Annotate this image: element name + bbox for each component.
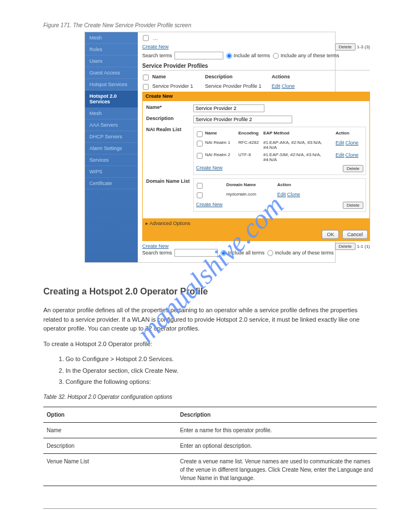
sidebar-item-roles[interactable]: Roles bbox=[85, 44, 138, 56]
delete-button-top[interactable]: Delete bbox=[335, 43, 356, 51]
nai-header-checkbox[interactable] bbox=[197, 131, 202, 137]
nai-realm-label: NAI Realm List bbox=[146, 127, 193, 175]
domain-edit[interactable]: Edit bbox=[277, 192, 286, 197]
doc-steps: Go to Configure > Hotspot 2.0 Services. … bbox=[43, 354, 377, 387]
ok-button[interactable]: OK bbox=[322, 230, 339, 239]
doc-intro: An operator profile defines all of the p… bbox=[43, 306, 377, 333]
nai-delete[interactable]: Delete bbox=[343, 165, 363, 172]
domain-row: mydomain.com Edit Clone bbox=[196, 191, 363, 200]
advanced-options-band[interactable]: ▸ Advanced Options bbox=[142, 219, 370, 228]
nai-row: NAI Realm 2 UTF-8 #1:EAP-SIM, #2:N/A, #3… bbox=[196, 151, 363, 163]
sidebar-item-services[interactable]: Services bbox=[85, 154, 138, 166]
domain-clone[interactable]: Clone bbox=[287, 192, 301, 197]
domain-table: Domain Name Action mydomain.com Edit Clo… bbox=[193, 178, 366, 212]
domain-label: Domain Name List bbox=[146, 178, 193, 212]
nai-row-checkbox[interactable] bbox=[197, 153, 202, 158]
form-buttons: OK Cancel bbox=[142, 228, 370, 241]
sidebar-item-mesh[interactable]: Mesh bbox=[85, 32, 138, 44]
nai-create-new[interactable]: Create New bbox=[196, 165, 223, 172]
search-row-bottom: Search terms Include all terms Include a… bbox=[142, 249, 370, 257]
sidebar-item-users[interactable]: Users bbox=[85, 56, 138, 67]
sidebar-item-hotspot-services[interactable]: Hotspot Services bbox=[85, 79, 138, 91]
create-new-band: Create New bbox=[142, 92, 370, 101]
row-checkbox[interactable] bbox=[143, 84, 148, 89]
sidebar-item-certificate[interactable]: Certificate bbox=[85, 178, 138, 189]
include-any-radio[interactable] bbox=[273, 53, 278, 58]
nai-edit[interactable]: Edit bbox=[336, 140, 344, 146]
sidebar-item-alarm-settings[interactable]: Alarm Settings bbox=[85, 143, 138, 154]
search-input-bottom[interactable] bbox=[174, 249, 218, 257]
nai-clone[interactable]: Clone bbox=[346, 140, 359, 146]
sidebar-item-hotspot-2-services[interactable]: Hotspot 2.0 Services bbox=[85, 91, 138, 108]
create-new-bottom[interactable]: Create New bbox=[142, 243, 169, 249]
sidebar-item-mesh2[interactable]: Mesh bbox=[85, 108, 138, 119]
sidebar-item-guest-access[interactable]: Guest Access bbox=[85, 67, 138, 79]
include-all-bottom[interactable] bbox=[221, 250, 226, 256]
doc-section: Creating a Hotspot 2.0 Operator Profile … bbox=[43, 285, 377, 486]
pager-top: 1-3 (3) bbox=[357, 44, 370, 49]
figure-caption: Figure 171. The Create New Service Provi… bbox=[43, 22, 377, 28]
domain-row-checkbox[interactable] bbox=[197, 192, 202, 198]
nai-clone[interactable]: Clone bbox=[346, 152, 359, 158]
clone-link[interactable]: Clone bbox=[282, 83, 295, 89]
sidebar-item-aaa-servers[interactable]: AAA Servers bbox=[85, 119, 138, 131]
nai-edit[interactable]: Edit bbox=[336, 152, 344, 158]
nai-row-checkbox[interactable] bbox=[197, 141, 202, 146]
cancel-button[interactable]: Cancel bbox=[342, 230, 368, 239]
description-label: Description bbox=[146, 116, 193, 123]
form-area: Name* Description NAI Realm List bbox=[142, 101, 370, 219]
profiles-table-header: Name Description Actions bbox=[142, 73, 370, 82]
header-checkbox[interactable] bbox=[143, 74, 148, 80]
doc-to-create: To create a Hotspot 2.0 Operator profile… bbox=[43, 339, 377, 349]
options-table: Option Description Name Enter a name for… bbox=[43, 407, 377, 486]
domain-delete[interactable]: Delete bbox=[343, 202, 363, 209]
top-truncated-text: … bbox=[153, 36, 158, 41]
search-input-top[interactable] bbox=[174, 52, 223, 59]
table-row: Service Provider 1 Service Provider Prof… bbox=[142, 82, 370, 92]
search-row-top: Search terms Include all terms Include a… bbox=[142, 52, 370, 59]
nai-row: NAI Realm 1 RFC-4282 #1:EAP-AKA, #2:N/A,… bbox=[196, 139, 363, 151]
top-checkbox[interactable] bbox=[143, 35, 148, 41]
create-new-link-top[interactable]: Create New bbox=[142, 44, 169, 49]
domain-create-new[interactable]: Create New bbox=[196, 202, 223, 209]
sidebar-item-wips[interactable]: WIPS bbox=[85, 166, 138, 178]
include-any-bottom[interactable] bbox=[267, 250, 273, 256]
delete-bottom[interactable]: Delete bbox=[335, 243, 356, 250]
pager-bottom: 1-1 (1) bbox=[357, 244, 370, 249]
search-label: Search terms bbox=[142, 53, 172, 58]
doc-heading: Creating a Hotspot 2.0 Operator Profile bbox=[43, 285, 377, 298]
section-title: Service Provider Profiles bbox=[142, 63, 370, 71]
screenshot: Mesh Roles Users Guest Access Hotspot Se… bbox=[84, 32, 336, 263]
edit-link[interactable]: Edit bbox=[272, 83, 281, 89]
main-content: … Create New Delete 1-3 (3) Search terms… bbox=[138, 32, 374, 262]
domain-header-checkbox[interactable] bbox=[197, 183, 202, 188]
table-caption: Table 32. Hotspot 2.0 Operator configura… bbox=[43, 393, 377, 401]
sidebar: Mesh Roles Users Guest Access Hotspot Se… bbox=[85, 32, 138, 262]
expand-icon: ▸ bbox=[146, 221, 148, 226]
sidebar-item-dhcp-servers[interactable]: DHCP Servers bbox=[85, 131, 138, 143]
include-all-radio[interactable] bbox=[226, 53, 232, 58]
name-input[interactable] bbox=[193, 104, 264, 112]
name-label: Name* bbox=[146, 104, 193, 112]
description-input[interactable] bbox=[193, 116, 292, 123]
nai-realm-table: Name Encoding EAP Method Action NAI Real… bbox=[193, 127, 366, 175]
